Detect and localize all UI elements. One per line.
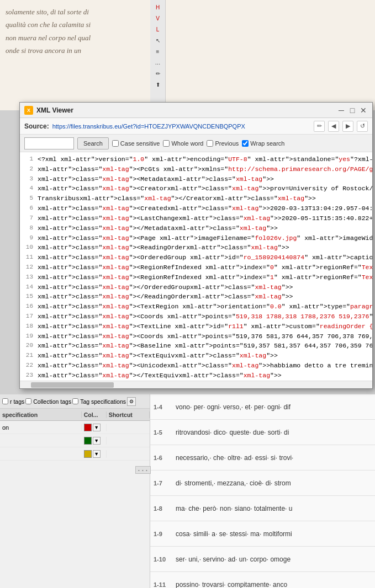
tag-color-cell: ▼ [82,437,107,445]
left-toolbar: H V L ↖ ≡ … ✏ ⬆ [150,0,166,110]
minimize-button[interactable]: ─ [337,106,346,115]
text-line-row: 1-9cosa· simili· a· se· stessi· ma· molt… [150,521,375,547]
line-content: xml-attr">class="xml-tag"><Coords xml-at… [38,332,372,341]
edit-source-button[interactable]: ✏ [314,121,325,132]
line-content: xml-attr">class="xml-tag"><TextEquivxml-… [38,351,370,361]
search-input[interactable] [24,137,74,149]
line-number: 3 [22,174,38,184]
toolbar-dots-icon[interactable]: … [152,57,164,67]
xml-line: 21 xml-attr">class="xml-tag"><TextEquivx… [20,351,372,361]
line-content: xml-attr">class="xml-tag"><Metadataxml-a… [38,174,370,184]
color-dropdown-button[interactable]: ▼ [93,424,101,431]
wrap-search-option[interactable]: Wrap search [242,140,284,147]
r-tags-option[interactable]: r tags [2,398,24,405]
xml-viewer-icon: X [24,106,33,115]
back-button[interactable]: ◀ [328,121,339,132]
refresh-button[interactable]: ↺ [357,121,368,132]
horizontal-scrollbar[interactable] [20,381,372,388]
tag-spec-checkbox[interactable] [72,398,78,404]
xml-line: 20 xml-attr">class="xml-tag"><Baseline x… [20,341,372,351]
search-button[interactable]: Search [77,137,109,149]
line-content: xml-attr">class="xml-tag"><ReadingOrderx… [38,243,370,253]
line-number: 8 [22,223,38,233]
previous-checkbox[interactable] [207,140,213,147]
collection-tags-checkbox[interactable] [25,398,31,404]
left-panel-bottom: r tags Collection tags Tag specification… [0,394,150,588]
text-line-id: 1-5 [154,429,176,436]
line-content: xml-attr">class="xml-tag"><Page xml-attr… [38,233,372,243]
whole-word-checkbox[interactable] [163,140,170,147]
whole-word-option[interactable]: Whole word [163,140,203,147]
text-line-row: 1-11possino· trovarsi· compitamente· anc… [150,572,375,588]
col-shortcut: Shortcut [107,411,150,418]
line-number: 21 [22,351,38,361]
resize-handle[interactable]: • • • [135,466,151,474]
case-sensitive-checkbox[interactable] [112,140,119,147]
previous-option[interactable]: Previous [207,140,239,147]
text-line-content: necessario,· che· oltre· ad· essi· si· t… [176,454,293,462]
color-dropdown-button[interactable]: ▼ [93,450,101,458]
xml-line: 18 xml-attr">class="xml-tag"><TextLine x… [20,322,372,332]
toolbar-h-icon[interactable]: H [152,2,164,12]
xml-line: 13 xml-attr">class="xml-tag"><RegionRefI… [20,272,372,282]
line-number: 1 [22,154,38,164]
toolbar-pencil-icon[interactable]: ✏ [152,68,164,78]
toolbar-menu-icon[interactable]: ≡ [152,46,164,56]
resize-dots-icon: • • • [138,468,148,473]
tag-settings-button[interactable]: ⚙ [127,397,136,406]
toolbar-l-icon[interactable]: L [152,24,164,34]
case-sensitive-label: Case sensitive [120,140,160,147]
collection-tags-option[interactable]: Collection tags [25,398,71,405]
color-dropdown-button[interactable]: ▼ [93,437,101,445]
tag-header-row: specification Col... Shortcut [0,409,150,421]
r-tags-checkbox[interactable] [2,398,8,404]
line-content: xml-attr">class="xml-tag"><Creatorxml-at… [38,184,372,194]
xml-line: 14 xml-attr">class="xml-tag"></OrderedGr… [20,282,372,292]
line-number: 11 [22,253,38,263]
manuscript-background: solamente sito, di tal sorte di qualità … [0,0,375,110]
text-line-id: 1-7 [154,480,176,487]
color-swatch [84,450,92,458]
toolbar-arrow-icon[interactable]: ↖ [152,35,164,45]
close-button[interactable]: ✕ [359,106,368,115]
xml-content[interactable]: 1<?xml xml-attr">version="1.0" xml-attr"… [20,152,372,381]
wrap-search-checkbox[interactable] [242,140,249,147]
color-swatch [84,424,92,431]
text-line-content: ma· che· però· non· siano· totalmente· u [176,505,292,512]
line-number: 19 [22,332,38,341]
toolbar-v-icon[interactable]: V [152,13,164,23]
text-line-row: 1-10ser· uni,· servino· ad· un· corpo· o… [150,547,375,572]
line-content: xml-attr">class="xml-tag"><Coords xml-at… [38,312,372,322]
line-number: 17 [22,312,38,322]
toolbar-cursor-icon[interactable]: ⬆ [152,79,164,89]
tag-row: ▼ [0,434,150,447]
maximize-button[interactable]: □ [348,106,357,115]
text-line-id: 1-6 [154,455,176,461]
text-line-row: 1-5ritrovandosi· dico· queste· due· sort… [150,420,375,445]
search-bar: Search Case sensitive Whole word Previou… [20,135,372,152]
case-sensitive-option[interactable]: Case sensitive [112,140,160,147]
xml-line: 17 xml-attr">class="xml-tag"><Coords xml… [20,312,372,322]
text-line-content: ser· uni,· servino· ad· un· corpo· omoge [176,555,291,563]
tag-spec-option[interactable]: Tag specifications [72,398,126,405]
xml-line: 11 xml-attr">class="xml-tag"><OrderedGro… [20,253,372,263]
hscroll-thumb[interactable] [31,382,114,388]
xml-viewer-window: X XML Viewer ─ □ ✕ Source: https://files… [19,102,373,389]
line-number: 23 [22,371,38,381]
xml-line: 19 xml-attr">class="xml-tag"><Coords xml… [20,332,372,341]
text-line-id: 1-11 [154,581,176,588]
tag-color-cell: ▼ [82,450,107,458]
line-number: 18 [22,322,38,332]
previous-label: Previous [215,140,239,147]
text-line-content: ritrovandosi· dico· queste· due· sorti· … [176,429,289,436]
text-line-id: 1-9 [154,531,176,537]
tag-list: on▼▼▼ [0,421,150,588]
xml-line: 3 xml-attr">class="xml-tag"><Metadataxml… [20,174,372,184]
forward-button[interactable]: ▶ [342,121,353,132]
line-content: xml-attr">class="xml-tag"></ReadingOrder… [38,292,370,302]
xml-line: 7 xml-attr">class="xml-tag"><LastChangex… [20,213,372,223]
col-specification: specification [0,411,82,418]
color-swatch [84,437,92,445]
line-number: 20 [22,341,38,351]
text-line-id: 1-4 [154,404,176,410]
